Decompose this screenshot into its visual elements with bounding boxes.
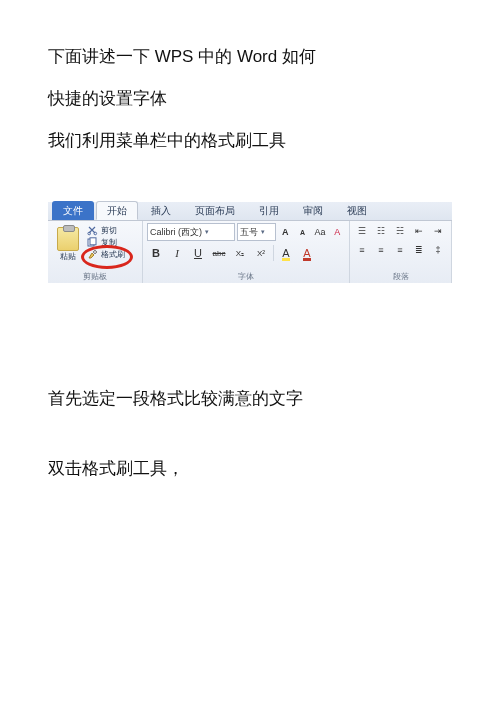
- font-color-button[interactable]: A: [298, 244, 316, 262]
- body-text-2: 首先选定一段格式比较满意的文字 双击格式刷工具，: [48, 382, 452, 486]
- highlight-button[interactable]: A: [277, 244, 295, 262]
- separator: [273, 245, 274, 261]
- paste-label: 粘贴: [60, 251, 76, 262]
- group-clipboard: 粘贴 剪切 复制: [48, 221, 143, 283]
- chevron-down-icon: ▾: [261, 228, 265, 236]
- red-circle-annotation: [81, 245, 133, 269]
- tab-start[interactable]: 开始: [96, 201, 138, 220]
- font-name-value: Calibri (西文): [150, 226, 202, 239]
- font-size-combo[interactable]: 五号▾: [237, 223, 275, 241]
- italic-button[interactable]: I: [168, 244, 186, 262]
- group-font: Calibri (西文)▾ 五号▾ A A Aa A B I U: [143, 221, 350, 283]
- align-center-button[interactable]: ≡: [373, 242, 389, 258]
- scissors-icon: [87, 225, 98, 236]
- cut-label: 剪切: [101, 225, 117, 236]
- body-text: 下面讲述一下 WPS 中的 Word 如何 快捷的设置字体 我们利用菜单栏中的格…: [48, 40, 452, 158]
- line-spacing-icon: ‡: [435, 245, 440, 255]
- para-3: 首先选定一段格式比较满意的文字: [48, 382, 452, 416]
- format-painter-button[interactable]: 格式刷: [87, 249, 125, 260]
- align-right-icon: ≡: [397, 245, 402, 255]
- bold-button[interactable]: B: [147, 244, 165, 262]
- numbering-button[interactable]: ☷: [373, 223, 389, 239]
- clear-format-button[interactable]: A: [330, 224, 345, 240]
- tab-bar: 文件 开始 插入 页面布局 引用 审阅 视图: [48, 202, 452, 221]
- chevron-down-icon: ▾: [205, 228, 209, 236]
- para-1-line-1: 下面讲述一下 WPS 中的 Word 如何: [48, 40, 452, 74]
- group-paragraph-label: 段落: [354, 270, 447, 283]
- paste-icon: [57, 227, 79, 251]
- tab-file[interactable]: 文件: [52, 201, 94, 220]
- tab-page-layout[interactable]: 页面布局: [184, 201, 246, 220]
- tab-review[interactable]: 审阅: [292, 201, 334, 220]
- align-justify-icon: ≣: [415, 245, 423, 255]
- wps-ribbon-screenshot: 文件 开始 插入 页面布局 引用 审阅 视图 粘贴: [48, 202, 452, 282]
- spacer: [48, 282, 452, 382]
- underline-button[interactable]: U: [189, 244, 207, 262]
- indent-icon: ⇥: [434, 226, 442, 236]
- tab-references[interactable]: 引用: [248, 201, 290, 220]
- line-spacing-button[interactable]: ‡: [430, 242, 446, 258]
- document-page: 下面讲述一下 WPS 中的 Word 如何 快捷的设置字体 我们利用菜单栏中的格…: [0, 0, 500, 707]
- svg-rect-3: [90, 238, 96, 245]
- align-right-button[interactable]: ≡: [392, 242, 408, 258]
- grow-font-button[interactable]: A: [278, 224, 293, 240]
- bullets-button[interactable]: ☰: [354, 223, 370, 239]
- font-name-combo[interactable]: Calibri (西文)▾: [147, 223, 235, 241]
- svg-point-1: [94, 232, 97, 235]
- spacer: [48, 166, 452, 202]
- para-4: 双击格式刷工具，: [48, 452, 452, 486]
- paste-button[interactable]: 粘贴: [52, 223, 84, 262]
- align-left-button[interactable]: ≡: [354, 242, 370, 258]
- subscript-button[interactable]: X₂: [231, 244, 249, 262]
- shrink-font-button[interactable]: A: [295, 224, 310, 240]
- indent-inc-button[interactable]: ⇥: [430, 223, 446, 239]
- align-center-icon: ≡: [378, 245, 383, 255]
- multilevel-button[interactable]: ☵: [392, 223, 408, 239]
- outdent-icon: ⇤: [415, 226, 423, 236]
- multilevel-icon: ☵: [396, 226, 404, 236]
- para-2: 我们利用菜单栏中的格式刷工具: [48, 124, 452, 158]
- tab-view[interactable]: 视图: [336, 201, 378, 220]
- align-left-icon: ≡: [359, 245, 364, 255]
- group-paragraph: ☰ ☷ ☵ ⇤ ⇥ ≡ ≡ ≡ ≣ ‡ 段落: [350, 221, 452, 283]
- superscript-button[interactable]: X²: [252, 244, 270, 262]
- cut-button[interactable]: 剪切: [87, 225, 125, 236]
- change-case-button[interactable]: Aa: [312, 224, 327, 240]
- para-1-line-2: 快捷的设置字体: [48, 82, 452, 116]
- indent-dec-button[interactable]: ⇤: [411, 223, 427, 239]
- tab-insert[interactable]: 插入: [140, 201, 182, 220]
- strike-button[interactable]: abc: [210, 244, 228, 262]
- spacer: [48, 424, 452, 452]
- svg-point-0: [88, 232, 91, 235]
- numbering-icon: ☷: [377, 226, 385, 236]
- bullets-icon: ☰: [358, 226, 366, 236]
- group-clipboard-label: 剪贴板: [52, 270, 138, 283]
- group-font-label: 字体: [147, 270, 345, 283]
- font-size-value: 五号: [240, 226, 258, 239]
- align-justify-button[interactable]: ≣: [411, 242, 427, 258]
- ribbon-body: 粘贴 剪切 复制: [48, 221, 452, 283]
